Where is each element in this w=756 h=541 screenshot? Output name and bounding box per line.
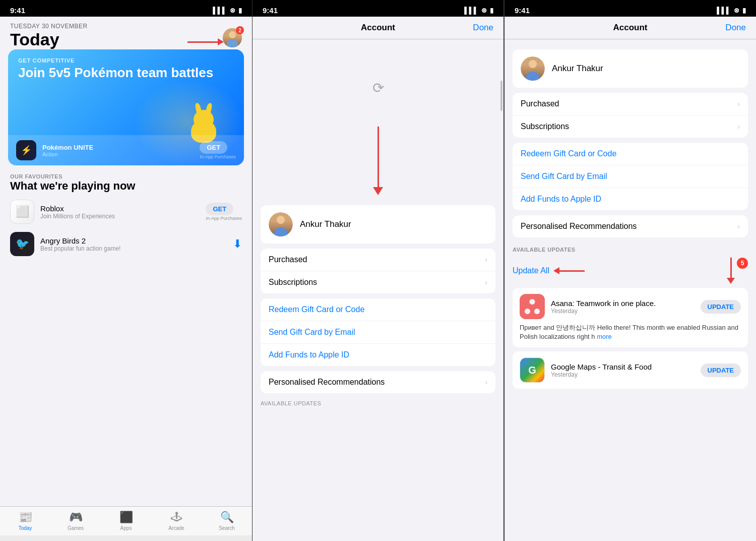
gmaps-update-button[interactable]: UPDATE [701, 364, 741, 377]
arrow-to-update-all [553, 267, 585, 274]
account-avatar-image [269, 212, 293, 236]
done-button-2[interactable]: Done [473, 23, 493, 33]
search-tab-icon: 🔍 [220, 511, 234, 524]
user-profile-section-3[interactable]: Ankur Thakur [513, 49, 748, 88]
roblox-icon: ⬜ [10, 200, 34, 224]
update-all-button[interactable]: Update All [513, 266, 549, 275]
loading-indicator: ⟳ [372, 59, 384, 96]
status-bar-2: 9:41 ▌▌▌ ⊛ ▮ [253, 0, 503, 17]
angry-birds-name: Angry Birds 2 [40, 236, 227, 245]
feature-label: GET COMPETITIVE [18, 57, 234, 64]
panel-today: 9:41 ▌▌▌ ⊛ ▮ TUESDAY 30 NOVEMBER Today 2 [0, 0, 252, 541]
favourites-header: OUR FAVOURITES What we're playing now [0, 165, 252, 196]
signal-icon: ▌▌▌ [213, 7, 227, 14]
pokemon-unite-name: Pokémon UNITE [42, 144, 194, 151]
badge-arrow-container: 5 [723, 258, 748, 284]
update-all-with-arrow: Update All [513, 266, 585, 275]
battery-icon-3: ▮ [742, 7, 746, 14]
update-item-gmaps: G Google Maps - Transit & Food Yesterday… [513, 351, 748, 389]
tab-search-label: Search [219, 525, 235, 531]
tab-search[interactable]: 🔍 Search [202, 511, 252, 531]
tab-apps[interactable]: ⬛ Apps [101, 511, 151, 531]
gmaps-info: Google Maps - Transit & Food Yesterday [551, 363, 695, 378]
purchased-label-3: Purchased [521, 99, 559, 108]
gmaps-icon: G [520, 357, 545, 383]
add-funds-label-3: Add Funds to Apple ID [521, 195, 601, 203]
panel-account-loading: 9:41 ▌▌▌ ⊛ ▮ Account Done ⟳ [252, 0, 504, 541]
get-button-roblox[interactable]: GET [206, 203, 233, 215]
recommendations-row[interactable]: Personalised Recommendations › [261, 371, 495, 393]
panel-account-full: 9:41 ▌▌▌ ⊛ ▮ Account Done Ankur Thakur P… [504, 0, 756, 541]
today-header: TUESDAY 30 NOVEMBER Today 2 [0, 17, 252, 53]
subscriptions-chevron-3: › [737, 123, 740, 131]
done-button-3[interactable]: Done [725, 23, 746, 33]
asana-dots [525, 299, 540, 314]
purchased-subscriptions-section: Purchased › Subscriptions › [261, 249, 495, 293]
account-title-2: Account [361, 23, 395, 33]
account-avatar [269, 212, 293, 236]
purchased-row[interactable]: Purchased › [261, 249, 495, 271]
pokemon-unite-icon: ⚡ [16, 140, 36, 160]
user-profile-section[interactable]: Ankur Thakur [261, 205, 495, 244]
angry-birds-info: Angry Birds 2 Best popular fun action ga… [40, 236, 227, 252]
subscriptions-row-3[interactable]: Subscriptions › [513, 115, 748, 138]
iap-label-roblox: In-App Purchases [206, 216, 242, 221]
arrow-head-left [553, 267, 559, 274]
recommendations-label-3: Personalised Recommendations [521, 222, 637, 231]
tab-apps-label: Apps [120, 525, 132, 531]
add-funds-row-3[interactable]: Add Funds to Apple ID [513, 188, 748, 210]
tab-arcade[interactable]: 🕹 Arcade [151, 511, 202, 531]
add-funds-row[interactable]: Add Funds to Apple ID [261, 344, 495, 366]
profile-avatar-container[interactable]: 2 [223, 28, 242, 47]
list-item-roblox[interactable]: ⬜ Roblox Join Millions of Experiences GE… [0, 196, 252, 228]
status-bar-1: 9:41 ▌▌▌ ⊛ ▮ [0, 0, 252, 17]
today-screen: TUESDAY 30 NOVEMBER Today 2 GET COMPETIT… [0, 17, 252, 535]
tab-games-label: Games [68, 525, 84, 531]
available-updates-section: AVAILABLE UPDATES Update All 5 [513, 243, 748, 389]
user-row[interactable]: Ankur Thakur [261, 205, 495, 244]
redeem-label-3: Redeem Gift Card or Code [521, 149, 616, 158]
get-button-pokemon[interactable]: GET [200, 141, 227, 154]
recommendations-chevron-3: › [737, 222, 740, 230]
account-loading-content: Account Done ⟳ [253, 17, 503, 195]
tab-games[interactable]: 🎮 Games [50, 511, 101, 531]
account-user-name-3: Ankur Thakur [552, 64, 603, 74]
gmaps-header: G Google Maps - Transit & Food Yesterday… [520, 357, 741, 383]
wifi-icon: ⊛ [230, 7, 235, 14]
asana-more-link[interactable]: more [597, 333, 612, 340]
favourites-title: What we're playing now [10, 179, 242, 193]
pokemon-unite-actions: GET In-App Purchases [200, 141, 236, 159]
tab-today[interactable]: 📰 Today [0, 511, 50, 531]
redeem-row-3[interactable]: Redeem Gift Card or Code [513, 143, 748, 165]
send-gift-row-3[interactable]: Send Gift Card by Email [513, 165, 748, 188]
recommendations-row-3[interactable]: Personalised Recommendations › [513, 215, 748, 237]
today-date: TUESDAY 30 NOVEMBER [10, 23, 88, 30]
signal-icon-3: ▌▌▌ [717, 7, 731, 14]
status-bar-3: 9:41 ▌▌▌ ⊛ ▮ [505, 0, 756, 17]
list-item-angry-birds[interactable]: 🐦 Angry Birds 2 Best popular fun action … [0, 228, 252, 260]
arrow-line-v-sm [730, 258, 732, 278]
roblox-name: Roblox [40, 204, 200, 213]
red-arrow-right [187, 38, 224, 45]
account-title-3: Account [613, 23, 648, 33]
battery-icon-2: ▮ [490, 7, 493, 14]
asana-update-button[interactable]: UPDATE [701, 300, 741, 314]
gmaps-inner: G [520, 358, 544, 382]
recommendations-section-3: Personalised Recommendations › [513, 215, 748, 237]
asana-dot-top [530, 299, 535, 305]
nav-divider [253, 39, 503, 39]
add-funds-label: Add Funds to Apple ID [269, 350, 349, 359]
send-gift-row[interactable]: Send Gift Card by Email [261, 321, 495, 344]
feature-card[interactable]: GET COMPETITIVE Join 5v5 Pokémon team ba… [8, 49, 244, 165]
download-icon[interactable]: ⬇ [233, 237, 242, 251]
subscriptions-row[interactable]: Subscriptions › [261, 271, 495, 293]
purchased-chevron-3: › [737, 100, 740, 108]
asana-description: Привет and 안녕하십니까 Hello there! This mont… [520, 323, 741, 341]
redeem-row[interactable]: Redeem Gift Card or Code [261, 298, 495, 321]
pokemon-unite-category: Action [42, 151, 194, 157]
status-icons-1: ▌▌▌ ⊛ ▮ [213, 7, 242, 14]
redeem-label: Redeem Gift Card or Code [269, 305, 364, 314]
account-avatar-image-3 [521, 56, 545, 81]
user-row-3[interactable]: Ankur Thakur [513, 49, 748, 88]
purchased-row-3[interactable]: Purchased › [513, 93, 748, 115]
